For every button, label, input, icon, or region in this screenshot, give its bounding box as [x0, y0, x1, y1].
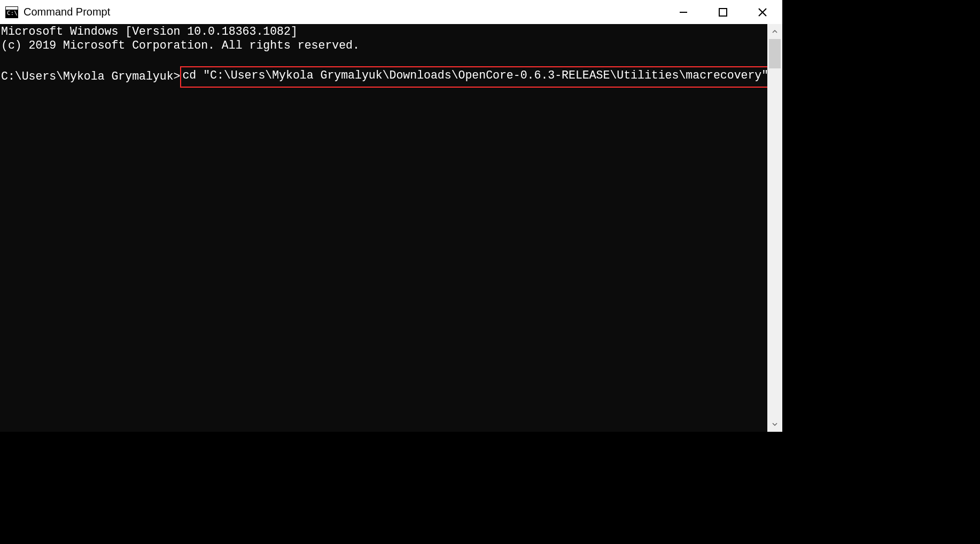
prompt-text: C:\Users\Mykola Grymalyuk> — [1, 70, 180, 84]
vertical-scrollbar[interactable] — [767, 24, 782, 432]
cmd-app-icon: C:\ — [5, 6, 18, 18]
minimize-button[interactable] — [664, 0, 703, 24]
terminal-output[interactable]: Microsoft Windows [Version 10.0.18363.10… — [0, 24, 767, 432]
scroll-thumb[interactable] — [769, 39, 781, 68]
blank-line — [1, 52, 767, 66]
svg-text:C:\: C:\ — [7, 10, 18, 17]
output-line: (c) 2019 Microsoft Corporation. All righ… — [1, 39, 767, 53]
highlighted-command-annotation: cd "C:\Users\Mykola Grymalyuk\Downloads\… — [180, 66, 767, 88]
scroll-track[interactable] — [767, 39, 782, 417]
output-line: Microsoft Windows [Version 10.0.18363.10… — [1, 25, 767, 39]
client-area: Microsoft Windows [Version 10.0.18363.10… — [0, 24, 782, 432]
close-button[interactable] — [743, 0, 782, 24]
window-title: Command Prompt — [24, 6, 110, 18]
command-prompt-window: C:\ Command Prompt Microsoft Windows [Ve… — [0, 0, 782, 432]
scroll-up-arrow-icon[interactable] — [767, 24, 782, 39]
prompt-line: C:\Users\Mykola Grymalyuk>cd "C:\Users\M… — [1, 66, 767, 88]
window-buttons — [664, 0, 782, 24]
typed-command: cd "C:\Users\Mykola Grymalyuk\Downloads\… — [182, 69, 767, 82]
maximize-button[interactable] — [703, 0, 743, 24]
scroll-down-arrow-icon[interactable] — [767, 417, 782, 432]
svg-rect-4 — [719, 9, 727, 16]
titlebar[interactable]: C:\ Command Prompt — [0, 0, 782, 24]
